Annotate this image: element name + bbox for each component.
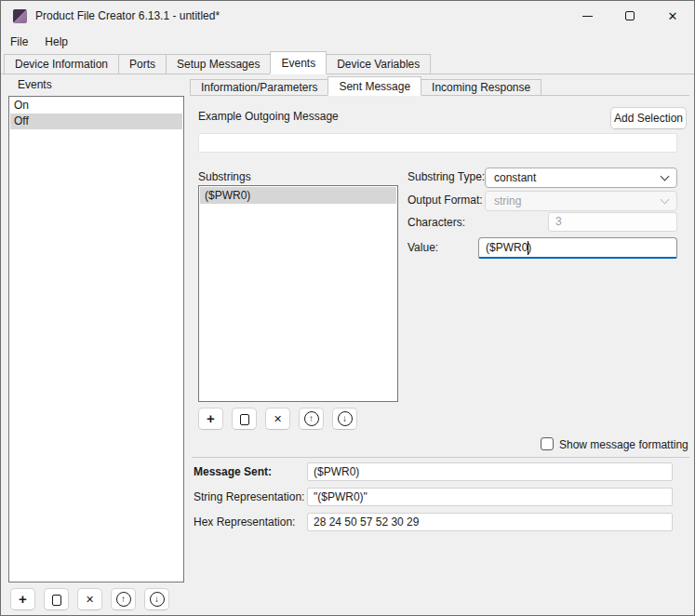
menu-item-file[interactable]: File [2, 33, 36, 51]
events-listbox[interactable]: On Off [8, 96, 184, 583]
titlebar: Product File Creator 6.13.1 - untitled* … [1, 1, 694, 31]
arrow-down-icon: ↓ [150, 592, 165, 607]
text-caret [528, 241, 528, 255]
copy-icon [52, 595, 61, 606]
main-tabstrip: Device Information Ports Setup Messages … [1, 52, 694, 74]
chevron-down-icon [661, 171, 670, 181]
message-sent-field[interactable]: ($PWR0) [307, 462, 673, 481]
example-outgoing-message-field[interactable] [198, 133, 677, 153]
tab-sent-message[interactable]: Sent Message [327, 76, 421, 96]
add-selection-button[interactable]: Add Selection [610, 107, 687, 129]
list-item-on[interactable]: On [10, 98, 182, 114]
tab-device-variables[interactable]: Device Variables [326, 54, 431, 74]
maximize-icon [625, 11, 635, 20]
example-outgoing-message-label: Example Outgoing Message [198, 110, 339, 123]
arrow-up-icon: ↑ [116, 592, 131, 607]
substring-type-value: constant [494, 171, 536, 184]
close-icon: ✕ [668, 10, 678, 22]
value-field-text: ($PWR0) [486, 241, 531, 254]
tab-incoming-response[interactable]: Incoming Response [421, 79, 541, 96]
tab-events[interactable]: Events [270, 51, 327, 74]
characters-field: 3 [548, 212, 677, 232]
substring-type-select[interactable]: constant [485, 167, 677, 188]
events-delete-button[interactable]: ✕ [77, 588, 102, 610]
value-field[interactable]: ($PWR0) [478, 237, 677, 259]
substrings-delete-button[interactable]: ✕ [265, 408, 290, 430]
events-duplicate-button[interactable] [44, 588, 69, 610]
events-add-button[interactable]: + [10, 588, 35, 610]
minimize-button[interactable] [566, 1, 608, 31]
section-separator [192, 457, 689, 458]
minimize-icon [582, 16, 593, 17]
substrings-toolbar: + ✕ ↑ ↓ [198, 408, 357, 430]
string-representation-field[interactable]: "($PWR0)" [307, 488, 673, 506]
list-item-substring-pwr0[interactable]: ($PWR0) [200, 187, 396, 204]
substrings-add-button[interactable]: + [198, 408, 223, 430]
tab-setup-messages[interactable]: Setup Messages [166, 54, 271, 74]
app-window: Product File Creator 6.13.1 - untitled* … [0, 0, 695, 616]
arrow-up-icon: ↑ [304, 411, 319, 426]
x-icon: ✕ [86, 595, 94, 605]
substrings-label: Substrings [198, 170, 251, 183]
hex-representation-field[interactable]: 28 24 50 57 52 30 29 [307, 513, 673, 531]
substrings-listbox[interactable]: ($PWR0) [198, 185, 398, 402]
characters-label: Characters: [408, 216, 465, 229]
close-button[interactable]: ✕ [651, 1, 694, 31]
string-representation-label: String Representation: [194, 490, 304, 503]
show-message-formatting-checkbox[interactable] [541, 437, 554, 450]
output-format-label: Output Format: [408, 194, 483, 207]
events-panel-label: Events [18, 78, 52, 91]
plus-icon: + [19, 592, 27, 606]
app-icon [13, 9, 27, 23]
substring-type-label: Substring Type: [408, 170, 485, 183]
arrow-down-icon: ↓ [338, 411, 353, 426]
maximize-button[interactable] [608, 1, 651, 31]
value-label: Value: [408, 241, 438, 254]
menu-item-help[interactable]: Help [36, 33, 76, 51]
message-sent-label: Message Sent: [194, 465, 272, 478]
output-format-select: string [485, 191, 677, 211]
window-controls: ✕ [566, 1, 694, 31]
events-move-up-button[interactable]: ↑ [111, 588, 136, 610]
tab-device-information[interactable]: Device Information [4, 54, 119, 74]
chevron-down-icon [661, 194, 670, 204]
events-list-toolbar: + ✕ ↑ ↓ [10, 588, 169, 610]
copy-icon [240, 414, 249, 425]
events-move-down-button[interactable]: ↓ [144, 588, 169, 610]
menubar: File Help [1, 31, 694, 52]
list-item-off[interactable]: Off [10, 114, 182, 129]
detail-tabstrip: Information/Parameters Sent Message Inco… [190, 77, 689, 96]
window-title: Product File Creator 6.13.1 - untitled* [35, 9, 220, 22]
tab-information-parameters[interactable]: Information/Parameters [190, 79, 328, 96]
hex-representation-label: Hex Representation: [194, 516, 295, 529]
tab-ports[interactable]: Ports [118, 54, 167, 74]
substrings-move-up-button[interactable]: ↑ [299, 408, 324, 430]
x-icon: ✕ [274, 414, 282, 424]
substrings-duplicate-button[interactable] [232, 408, 257, 430]
show-message-formatting-label: Show message formatting [559, 438, 688, 451]
output-format-value: string [494, 194, 521, 208]
plus-icon: + [207, 411, 215, 425]
substrings-move-down-button[interactable]: ↓ [332, 408, 357, 430]
